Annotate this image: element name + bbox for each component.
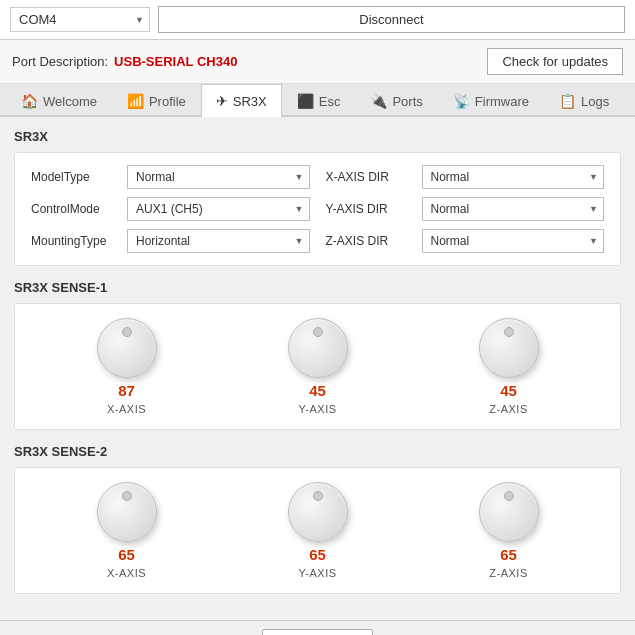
mountingtype-select[interactable]: Horizontal Vertical — [127, 229, 310, 253]
zaxis-dir-label: Z-AXIS DIR — [326, 234, 414, 248]
sr3x-icon: ✈ — [216, 93, 228, 109]
main-content: SR3X ModelType Normal Delta Flying Wing — [0, 117, 635, 620]
sense1-zaxis-widget: 45 Z-AXIS — [479, 318, 539, 415]
sense2-xaxis-label: X-AXIS — [107, 567, 146, 579]
sense1-xaxis-label: X-AXIS — [107, 403, 146, 415]
modeltype-row: ModelType Normal Delta Flying Wing — [31, 165, 310, 189]
tab-profile[interactable]: 📶 Profile — [112, 84, 201, 117]
sense1-zaxis-knob[interactable] — [479, 318, 539, 378]
modeltype-select-wrapper: Normal Delta Flying Wing — [127, 165, 310, 189]
controlmode-label: ControlMode — [31, 202, 119, 216]
tab-firmware-label: Firmware — [475, 94, 529, 109]
modeltype-label: ModelType — [31, 170, 119, 184]
tab-sr3x[interactable]: ✈ SR3X — [201, 84, 282, 117]
yaxis-dir-select[interactable]: Normal Reverse — [422, 197, 605, 221]
sense2-yaxis-label: Y-AXIS — [298, 567, 336, 579]
sense2-xaxis-value: 65 — [118, 546, 135, 563]
zaxis-dir-select-wrapper: Normal Reverse — [422, 229, 605, 253]
controlmode-row: ControlMode AUX1 (CH5) AUX2 (CH6) Always… — [31, 197, 310, 221]
sense2-xaxis-knob[interactable] — [97, 482, 157, 542]
ports-icon: 🔌 — [370, 93, 387, 109]
sense1-xaxis-widget: 87 X-AXIS — [97, 318, 157, 415]
port-desc-value: USB-SERIAL CH340 — [114, 54, 237, 69]
sense1-xaxis-value: 87 — [118, 382, 135, 399]
app-container: COM4 COM1 COM2 COM3 Disconnect Port Desc… — [0, 0, 635, 635]
tab-logs[interactable]: 📋 Logs — [544, 84, 624, 117]
modeltype-select[interactable]: Normal Delta Flying Wing — [127, 165, 310, 189]
zaxis-dir-select[interactable]: Normal Reverse — [422, 229, 605, 253]
tab-logs-label: Logs — [581, 94, 609, 109]
mountingtype-label: MountingType — [31, 234, 119, 248]
port-desc-label: Port Description: — [12, 54, 108, 69]
yaxis-dir-row: Y-AXIS DIR Normal Reverse — [326, 197, 605, 221]
sense2-zaxis-knob[interactable] — [479, 482, 539, 542]
sense2-yaxis-value: 65 — [309, 546, 326, 563]
welcome-icon: 🏠 — [21, 93, 38, 109]
save-bar: Save — [0, 620, 635, 635]
port-desc-bar: Port Description: USB-SERIAL CH340 Check… — [0, 40, 635, 84]
port-select[interactable]: COM4 COM1 COM2 COM3 — [10, 7, 150, 32]
tab-bar: 🏠 Welcome 📶 Profile ✈ SR3X ⬛ Esc 🔌 Ports… — [0, 84, 635, 117]
sense1-yaxis-label: Y-AXIS — [298, 403, 336, 415]
xaxis-dir-select[interactable]: Normal Reverse — [422, 165, 605, 189]
sr3x-section-title: SR3X — [14, 129, 621, 144]
disconnect-button[interactable]: Disconnect — [158, 6, 625, 33]
tab-esc[interactable]: ⬛ Esc — [282, 84, 356, 117]
mountingtype-row: MountingType Horizontal Vertical — [31, 229, 310, 253]
sense2-zaxis-widget: 65 Z-AXIS — [479, 482, 539, 579]
sense1-box: 87 X-AXIS 45 Y-AXIS 45 Z-AXIS — [14, 303, 621, 430]
sense1-yaxis-value: 45 — [309, 382, 326, 399]
logs-icon: 📋 — [559, 93, 576, 109]
tab-welcome[interactable]: 🏠 Welcome — [6, 84, 112, 117]
profile-icon: 📶 — [127, 93, 144, 109]
top-bar: COM4 COM1 COM2 COM3 Disconnect — [0, 0, 635, 40]
port-select-wrapper: COM4 COM1 COM2 COM3 — [10, 7, 150, 32]
check-updates-button[interactable]: Check for updates — [487, 48, 623, 75]
sense2-zaxis-value: 65 — [500, 546, 517, 563]
zaxis-dir-row: Z-AXIS DIR Normal Reverse — [326, 229, 605, 253]
sense2-title: SR3X SENSE-2 — [14, 444, 621, 459]
sr3x-settings-box: ModelType Normal Delta Flying Wing X-AXI… — [14, 152, 621, 266]
sense2-zaxis-label: Z-AXIS — [489, 567, 527, 579]
sense2-section: SR3X SENSE-2 65 X-AXIS 65 Y-AXIS 65 Z-AX… — [14, 444, 621, 594]
firmware-icon: 📡 — [453, 93, 470, 109]
sense1-zaxis-value: 45 — [500, 382, 517, 399]
sense1-yaxis-knob[interactable] — [288, 318, 348, 378]
save-button[interactable]: Save — [262, 629, 374, 635]
settings-grid: ModelType Normal Delta Flying Wing X-AXI… — [31, 165, 604, 253]
xaxis-dir-select-wrapper: Normal Reverse — [422, 165, 605, 189]
yaxis-dir-label: Y-AXIS DIR — [326, 202, 414, 216]
sense1-title: SR3X SENSE-1 — [14, 280, 621, 295]
sense1-xaxis-knob[interactable] — [97, 318, 157, 378]
sense1-yaxis-widget: 45 Y-AXIS — [288, 318, 348, 415]
controlmode-select[interactable]: AUX1 (CH5) AUX2 (CH6) Always On — [127, 197, 310, 221]
xaxis-dir-row: X-AXIS DIR Normal Reverse — [326, 165, 605, 189]
tab-esc-label: Esc — [319, 94, 341, 109]
esc-icon: ⬛ — [297, 93, 314, 109]
xaxis-dir-label: X-AXIS DIR — [326, 170, 414, 184]
tab-ports-label: Ports — [392, 94, 422, 109]
yaxis-dir-select-wrapper: Normal Reverse — [422, 197, 605, 221]
tab-sr3x-label: SR3X — [233, 94, 267, 109]
sense1-zaxis-label: Z-AXIS — [489, 403, 527, 415]
tab-ports[interactable]: 🔌 Ports — [355, 84, 437, 117]
tab-firmware[interactable]: 📡 Firmware — [438, 84, 544, 117]
tab-welcome-label: Welcome — [43, 94, 97, 109]
sense2-yaxis-widget: 65 Y-AXIS — [288, 482, 348, 579]
sense2-yaxis-knob[interactable] — [288, 482, 348, 542]
sense2-box: 65 X-AXIS 65 Y-AXIS 65 Z-AXIS — [14, 467, 621, 594]
tab-profile-label: Profile — [149, 94, 186, 109]
controlmode-select-wrapper: AUX1 (CH5) AUX2 (CH6) Always On — [127, 197, 310, 221]
sense2-xaxis-widget: 65 X-AXIS — [97, 482, 157, 579]
sr3x-section: SR3X ModelType Normal Delta Flying Wing — [14, 129, 621, 266]
sense1-section: SR3X SENSE-1 87 X-AXIS 45 Y-AXIS 45 Z-AX… — [14, 280, 621, 430]
mountingtype-select-wrapper: Horizontal Vertical — [127, 229, 310, 253]
